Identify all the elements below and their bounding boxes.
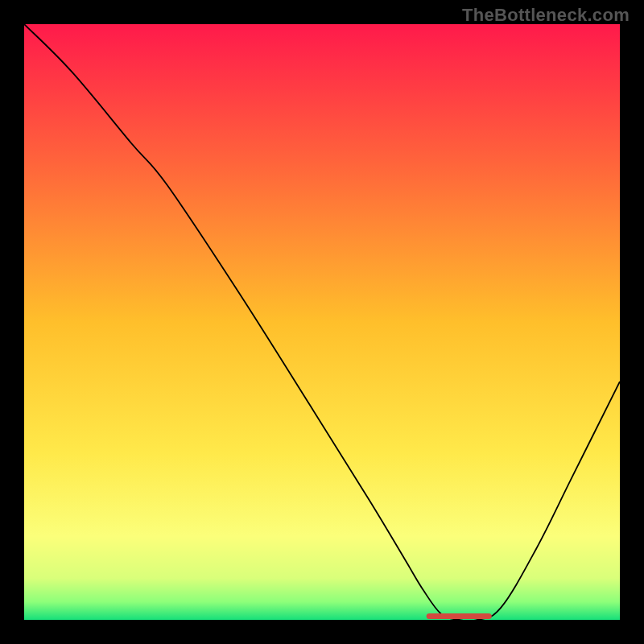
plot-area (24, 24, 620, 620)
chart-frame: TheBottleneck.com (0, 0, 644, 644)
gradient-background (24, 24, 620, 620)
chart-svg (24, 24, 620, 620)
watermark-text: TheBottleneck.com (462, 5, 630, 26)
